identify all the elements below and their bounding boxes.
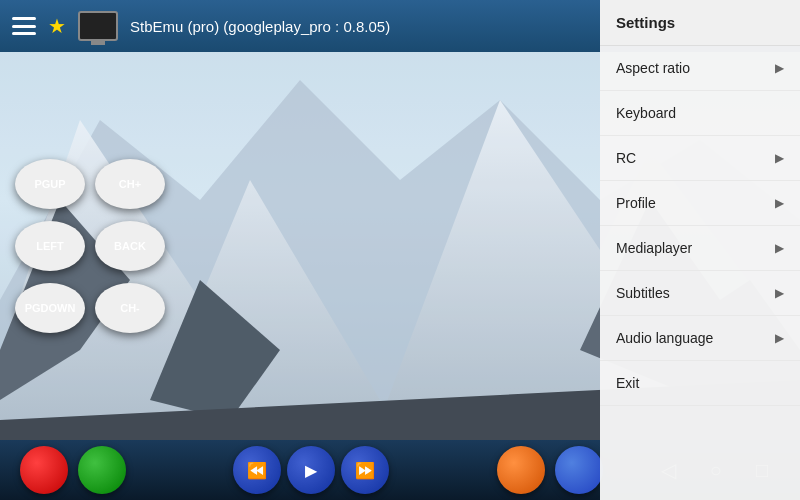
- menu-item-label: Exit: [616, 375, 639, 391]
- menu-item-mediaplayer[interactable]: Mediaplayer ▶: [600, 226, 800, 271]
- menu-item-aspect-ratio[interactable]: Aspect ratio ▶: [600, 46, 800, 91]
- menu-item-audio-language[interactable]: Audio language ▶: [600, 316, 800, 361]
- menu-item-subtitles[interactable]: Subtitles ▶: [600, 271, 800, 316]
- menu-item-exit[interactable]: Exit: [600, 361, 800, 406]
- menu-item-keyboard[interactable]: Keyboard: [600, 91, 800, 136]
- pgdown-button[interactable]: PGDOWN: [15, 283, 85, 333]
- star-icon: ★: [48, 14, 66, 38]
- hamburger-menu-icon[interactable]: [12, 17, 36, 35]
- menu-item-label: RC: [616, 150, 636, 166]
- menu-item-label: Profile: [616, 195, 656, 211]
- chevron-right-icon: ▶: [775, 61, 784, 75]
- control-row-3: PGDOWN CH-: [15, 283, 185, 333]
- media-controls: ⏪ ▶ ⏩: [233, 446, 389, 494]
- chevron-right-icon: ▶: [775, 286, 784, 300]
- menu-header: Settings: [600, 0, 800, 46]
- orange-button[interactable]: [497, 446, 545, 494]
- menu-item-rc[interactable]: RC ▶: [600, 136, 800, 181]
- settings-menu: Settings Aspect ratio ▶ Keyboard RC ▶ Pr…: [600, 0, 800, 500]
- menu-item-profile[interactable]: Profile ▶: [600, 181, 800, 226]
- rewind-button[interactable]: ⏪: [233, 446, 281, 494]
- menu-item-label: Audio language: [616, 330, 713, 346]
- back-button[interactable]: BACK: [95, 221, 165, 271]
- menu-item-label: Keyboard: [616, 105, 676, 121]
- left-button[interactable]: LEFT: [15, 221, 85, 271]
- menu-item-label: Mediaplayer: [616, 240, 692, 256]
- green-button[interactable]: [78, 446, 126, 494]
- chevron-right-icon: ▶: [775, 151, 784, 165]
- play-button[interactable]: ▶: [287, 446, 335, 494]
- red-button[interactable]: [20, 446, 68, 494]
- chevron-right-icon: ▶: [775, 331, 784, 345]
- chminus-button[interactable]: CH-: [95, 283, 165, 333]
- chplus-button[interactable]: CH+: [95, 159, 165, 209]
- control-row-2: LEFT BACK: [15, 221, 185, 271]
- chevron-right-icon: ▶: [775, 196, 784, 210]
- chevron-right-icon: ▶: [775, 241, 784, 255]
- monitor-icon: [78, 11, 118, 41]
- blue-button[interactable]: [555, 446, 603, 494]
- controls-panel: PGUP CH+ LEFT BACK PGDOWN CH-: [0, 52, 200, 440]
- control-row-1: PGUP CH+: [15, 159, 185, 209]
- fast-forward-button[interactable]: ⏩: [341, 446, 389, 494]
- menu-item-label: Aspect ratio: [616, 60, 690, 76]
- pgup-button[interactable]: PGUP: [15, 159, 85, 209]
- menu-item-label: Subtitles: [616, 285, 670, 301]
